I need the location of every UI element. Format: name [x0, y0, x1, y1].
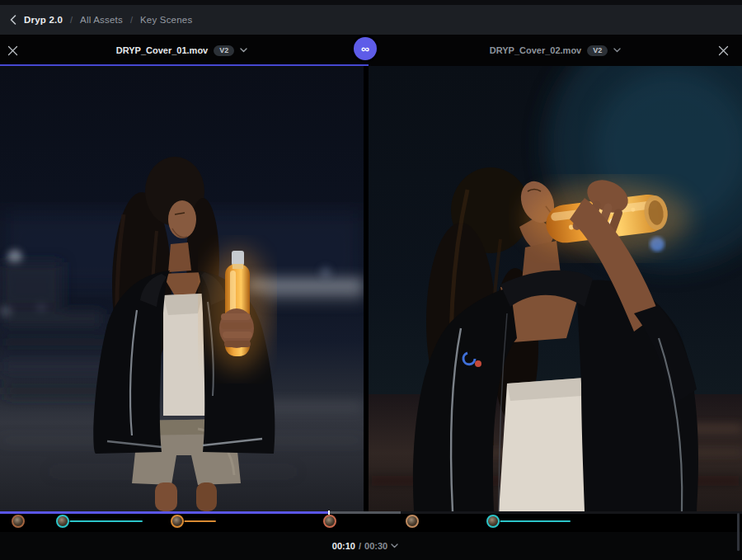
scrollbar-thumb[interactable] [737, 513, 740, 551]
breadcrumb-project[interactable]: Dryp 2.0 [24, 15, 63, 25]
video-frame-right[interactable] [369, 66, 742, 511]
timeline-comment-marker[interactable] [12, 515, 25, 528]
seek-track[interactable] [0, 511, 742, 514]
right-file-header: DRYP_Cover_02.mov V2 [369, 35, 742, 66]
breadcrumb-all-assets[interactable]: All Assets [80, 15, 123, 25]
playhead[interactable] [328, 511, 330, 515]
breadcrumb-separator: / [130, 15, 133, 25]
breadcrumb: Dryp 2.0 / All Assets / Key Scenes [0, 5, 742, 35]
video-right-scene [369, 66, 742, 511]
left-version-badge[interactable]: V2 [214, 45, 234, 56]
duration-chevron-down-icon[interactable] [391, 544, 398, 548]
video-area [0, 66, 742, 511]
right-filename[interactable]: DRYP_Cover_02.mov [490, 45, 581, 55]
playback-controls: 1.0x 00:10 / 00:30 [0, 532, 742, 560]
timeline-comment-marker[interactable] [406, 515, 419, 528]
back-chevron-icon[interactable] [10, 15, 16, 25]
timeline-comment-marker[interactable] [56, 515, 69, 528]
left-file-header: DRYP_Cover_01.mov V2 [0, 35, 364, 66]
comment-range-line [69, 520, 143, 522]
time-separator: / [359, 541, 361, 551]
timeline-comment-marker[interactable] [171, 515, 184, 528]
video-left-scene [0, 66, 364, 511]
left-filename[interactable]: DRYP_Cover_01.mov [116, 45, 208, 55]
right-version-badge[interactable]: V2 [587, 45, 608, 56]
timecode: 00:10 / 00:30 [0, 532, 736, 560]
close-right-panel-button[interactable] [718, 45, 729, 56]
chevron-down-icon[interactable] [613, 48, 621, 53]
sync-playback-button[interactable]: ∞ [354, 37, 377, 60]
chevron-down-icon[interactable] [240, 48, 247, 53]
progress-buffered [329, 511, 401, 514]
video-frame-left[interactable] [0, 66, 364, 511]
timeline [0, 511, 742, 532]
current-time: 00:10 [332, 541, 355, 551]
total-duration: 00:30 [364, 541, 387, 551]
timeline-comment-marker[interactable] [323, 515, 336, 528]
comment-range-line [500, 520, 571, 522]
comment-range-line [184, 520, 216, 522]
sync-infinity-icon: ∞ [361, 42, 369, 55]
timeline-comment-marker[interactable] [486, 515, 500, 528]
progress-played [0, 511, 329, 514]
breadcrumb-folder[interactable]: Key Scenes [140, 15, 192, 25]
breadcrumb-separator: / [70, 15, 73, 25]
video-compare-app: Dryp 2.0 / All Assets / Key Scenes DRYP_… [0, 0, 742, 560]
